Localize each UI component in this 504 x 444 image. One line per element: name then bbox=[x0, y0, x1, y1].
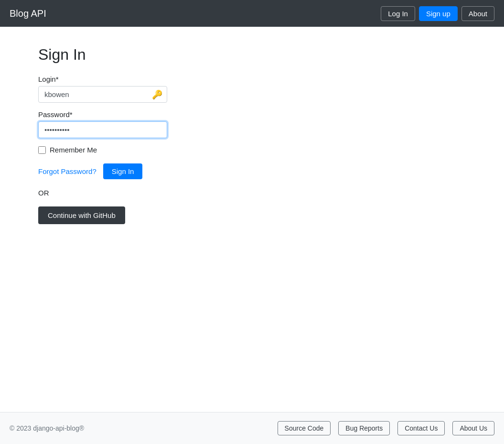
forgot-password-link[interactable]: Forgot Password? bbox=[38, 167, 97, 175]
remember-checkbox[interactable] bbox=[38, 146, 46, 154]
password-input-wrapper bbox=[38, 121, 167, 138]
signup-button[interactable]: Sign up bbox=[419, 6, 458, 21]
login-input[interactable] bbox=[38, 86, 167, 103]
about-us-link[interactable]: About Us bbox=[452, 421, 494, 435]
or-divider: OR bbox=[38, 189, 466, 197]
password-input[interactable] bbox=[38, 121, 167, 138]
contact-us-link[interactable]: Contact Us bbox=[397, 421, 445, 435]
key-icon: 🔑 bbox=[152, 89, 162, 100]
sign-in-button[interactable]: Sign In bbox=[103, 163, 143, 179]
main-content: Sign In Login* 🔑 Password* Remember Me F… bbox=[0, 27, 504, 412]
bug-reports-link[interactable]: Bug Reports bbox=[338, 421, 390, 435]
source-code-link[interactable]: Source Code bbox=[278, 421, 331, 435]
navbar-brand[interactable]: Blog API bbox=[10, 8, 46, 19]
footer-copyright: © 2023 django-api-blog® bbox=[10, 424, 84, 432]
actions-row: Forgot Password? Sign In bbox=[38, 163, 466, 179]
password-label: Password* bbox=[38, 110, 466, 119]
password-group: Password* bbox=[38, 110, 466, 138]
remember-me-row: Remember Me bbox=[38, 146, 466, 154]
login-label: Login* bbox=[38, 75, 466, 83]
login-group: Login* 🔑 bbox=[38, 75, 466, 103]
login-input-wrapper: 🔑 bbox=[38, 86, 167, 103]
remember-label: Remember Me bbox=[50, 146, 97, 154]
page-title: Sign In bbox=[38, 46, 466, 64]
navbar: Blog API Log In Sign up About bbox=[0, 0, 504, 27]
footer: © 2023 django-api-blog® Source Code Bug … bbox=[0, 412, 504, 444]
about-button[interactable]: About bbox=[461, 6, 494, 21]
github-button[interactable]: Continue with GitHub bbox=[38, 206, 125, 224]
footer-links: Source Code Bug Reports Contact Us About… bbox=[278, 421, 494, 435]
navbar-nav: Log In Sign up About bbox=[381, 6, 494, 21]
login-button[interactable]: Log In bbox=[381, 6, 415, 21]
